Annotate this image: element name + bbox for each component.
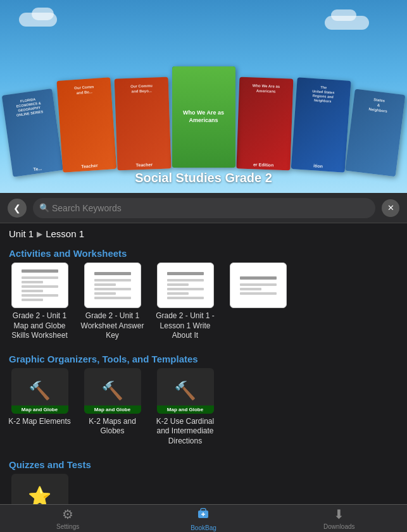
main-content: Activities and Worksheets Grade 2 - Unit… — [0, 242, 407, 523]
item-label-1: Grade 2 - Unit 1 Map and Globe Skills Wo… — [6, 311, 73, 341]
tab-downloads-label: Downloads — [323, 523, 354, 530]
book-3[interactable]: Our Commuand Beyo... Teacher — [114, 77, 171, 171]
item-label-2: Grade 2 - Unit 1 Worksheet Answer Key — [79, 311, 146, 341]
downloads-icon: ⬇ — [334, 507, 344, 522]
item-label-3: Grade 2 - Unit 1 - Lesson 1 Write About … — [152, 311, 218, 341]
hammer-icon: 🔨 — [101, 380, 123, 401]
svg-rect-1 — [201, 509, 206, 512]
tab-bar: ⚙ Settings BookBag ⬇ Downloads — [0, 504, 407, 532]
book-6[interactable]: TheUnited StatesRegions andNeighbors iti… — [291, 77, 351, 173]
tool-label-2: K-2 Maps and Globes — [79, 417, 146, 436]
books-container: FLORIDAECONOMICS &GEOGRAPHYONLINE SERIES… — [0, 66, 407, 168]
cloud-2 — [32, 8, 54, 20]
back-icon: ❮ — [13, 203, 21, 213]
book-4-center[interactable]: Who We Are asAmericans — [172, 66, 235, 168]
tool-label-1: K-2 Map Elements — [7, 417, 72, 427]
breadcrumb-lesson: Lesson 1 — [46, 228, 84, 239]
section-organizers-title: Graphic Organizers, Tools, and Templates — [0, 347, 407, 368]
book-5[interactable]: Who We Are asAmericans er Edition — [236, 77, 293, 171]
tool-thumb-3: 🔨 Map and Globe — [157, 368, 214, 414]
worksheet-thumb-4 — [230, 263, 287, 308]
list-item[interactable]: 🔨 Map and Globe K-2 Use Cardinal and Int… — [152, 368, 218, 447]
hammer-icon: 🔨 — [174, 380, 196, 401]
toolbar: ❮ 🔍 ✕ — [0, 193, 407, 223]
back-button[interactable]: ❮ — [8, 199, 27, 218]
tool-badge-3: Map and Globe — [157, 405, 214, 414]
activities-row: Grade 2 - Unit 1 Map and Globe Skills Wo… — [0, 263, 407, 347]
hammer-icon: 🔨 — [28, 380, 51, 401]
section-quizzes-title: Quizzes and Tests — [0, 453, 407, 474]
tab-bookbag[interactable]: BookBag — [178, 506, 229, 531]
list-item[interactable]: Grade 2 - Unit 1 Worksheet Answer Key — [79, 263, 146, 341]
cloud-4 — [331, 9, 356, 21]
section-activities-title: Activities and Worksheets — [0, 242, 407, 263]
header-title: Social Studies Grade 2 — [0, 171, 407, 185]
breadcrumb-separator: ▶ — [37, 230, 42, 238]
worksheet-thumb-3 — [157, 263, 214, 308]
list-item[interactable]: 🔨 Map and Globe K-2 Map Elements — [6, 368, 73, 447]
tool-label-3: K-2 Use Cardinal and Intermediate Direct… — [152, 417, 218, 447]
list-item[interactable]: Grade 2 - Unit 1 Map and Globe Skills Wo… — [6, 263, 73, 341]
tool-thumb-1: 🔨 Map and Globe — [11, 368, 68, 414]
header-banner: FLORIDAECONOMICS &GEOGRAPHYONLINE SERIES… — [0, 0, 407, 193]
bookbag-icon — [196, 506, 210, 523]
tool-badge-1: Map and Globe — [11, 405, 68, 414]
worksheet-thumb-2 — [84, 263, 141, 308]
book-7[interactable]: States&Neighbors — [345, 89, 405, 177]
worksheet-thumb-1 — [11, 263, 68, 308]
tab-bookbag-label: BookBag — [191, 524, 216, 531]
book-2[interactable]: Our Command Be... Teacher — [56, 77, 116, 173]
breadcrumb-unit: Unit 1 — [9, 228, 34, 239]
clear-search-button[interactable]: ✕ — [382, 199, 399, 217]
tool-badge-2: Map and Globe — [84, 405, 141, 414]
settings-icon: ⚙ — [62, 507, 73, 522]
search-icon: 🔍 — [39, 203, 49, 213]
book-1[interactable]: FLORIDAECONOMICS &GEOGRAPHYONLINE SERIES… — [1, 89, 63, 177]
tab-downloads[interactable]: ⬇ Downloads — [314, 507, 365, 530]
breadcrumb: Unit 1 ▶ Lesson 1 — [0, 223, 407, 242]
search-container: 🔍 — [33, 198, 375, 218]
organizers-row: 🔨 Map and Globe K-2 Map Elements 🔨 Map a… — [0, 368, 407, 453]
tool-thumb-2: 🔨 Map and Globe — [84, 368, 141, 414]
search-input[interactable] — [33, 198, 375, 218]
tab-settings-label: Settings — [56, 523, 79, 530]
tab-settings[interactable]: ⚙ Settings — [42, 507, 93, 530]
close-icon: ✕ — [387, 203, 394, 213]
list-item[interactable]: Grade 2 - Unit 1 - Lesson 1 Write About … — [152, 263, 218, 341]
list-item[interactable] — [225, 263, 291, 341]
list-item[interactable]: 🔨 Map and Globe K-2 Maps and Globes — [79, 368, 146, 447]
